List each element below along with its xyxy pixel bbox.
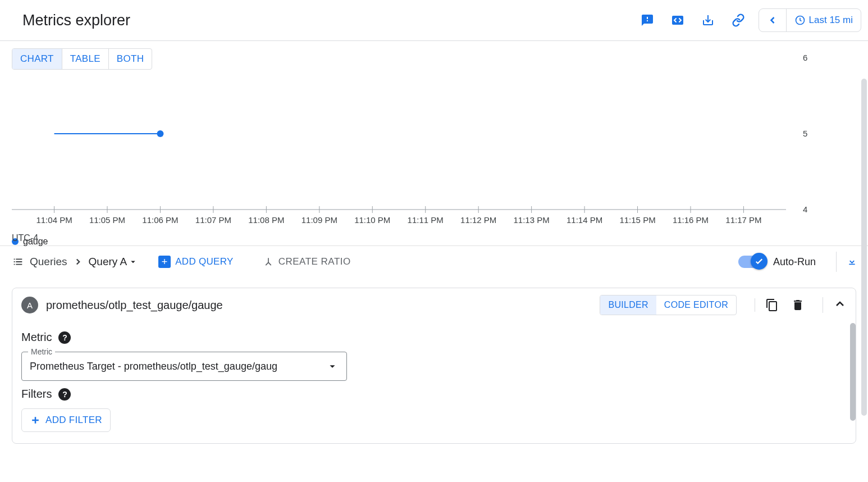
svg-text:11:13 PM: 11:13 PM (514, 215, 550, 225)
page-scrollbar[interactable] (861, 79, 867, 416)
code-icon[interactable] (668, 10, 688, 30)
builder-tab[interactable]: BUILDER (600, 295, 656, 315)
time-range-label: Last 15 mi (809, 15, 853, 26)
tab-table[interactable]: TABLE (62, 49, 109, 69)
query-title: prometheus/otlp_test_gauge/gauge (46, 299, 592, 312)
main-content: CHART TABLE BOTH 45611:04 PM11:05 PM11:0… (0, 40, 868, 444)
arrow-drop-down-icon (128, 257, 138, 267)
svg-text:5: 5 (803, 129, 807, 138)
chart-legend: gauge (12, 237, 868, 247)
panel-scrollbar[interactable] (850, 323, 856, 421)
link-icon[interactable] (728, 10, 748, 30)
query-badge: A (21, 297, 38, 313)
svg-text:11:15 PM: 11:15 PM (619, 215, 655, 225)
help-icon[interactable]: ? (58, 388, 71, 401)
arrow-drop-down-icon (326, 360, 339, 372)
metric-float-label: Metric (28, 347, 55, 356)
create-ratio-button[interactable]: CREATE RATIO (263, 256, 351, 267)
query-breadcrumb: Queries Query A (12, 256, 138, 268)
svg-text:11:17 PM: 11:17 PM (725, 215, 761, 225)
copy-icon[interactable] (765, 298, 779, 312)
merge-icon (263, 256, 274, 267)
download-icon[interactable] (698, 10, 718, 30)
collapse-all-button[interactable] (836, 252, 856, 272)
add-filter-button[interactable]: ADD FILTER (21, 408, 111, 432)
svg-text:11:05 PM: 11:05 PM (89, 215, 125, 225)
svg-text:4: 4 (803, 204, 807, 214)
query-actions (755, 298, 805, 312)
svg-text:11:16 PM: 11:16 PM (673, 215, 709, 225)
svg-text:11:08 PM: 11:08 PM (248, 215, 284, 225)
chart-svg: 45611:04 PM11:05 PM11:06 PM11:07 PM11:08… (0, 52, 820, 232)
svg-text:11:14 PM: 11:14 PM (567, 215, 602, 225)
feedback-icon[interactable] (637, 10, 657, 30)
metric-section-label: Metric ? (21, 331, 847, 344)
auto-run-switch[interactable] (738, 256, 766, 268)
svg-text:11:11 PM: 11:11 PM (408, 215, 444, 225)
query-body: Metric ? Metric Prometheus Target - prom… (12, 322, 856, 443)
metric-selector[interactable]: Metric Prometheus Target - prometheus/ot… (21, 352, 347, 381)
svg-text:6: 6 (803, 53, 807, 62)
tab-both[interactable]: BOTH (109, 49, 152, 69)
plus-icon: + (158, 256, 171, 268)
time-range-selector: Last 15 mi (759, 8, 861, 32)
svg-point-34 (157, 130, 163, 137)
chevron-right-icon (73, 257, 83, 267)
query-header: A prometheus/otlp_test_gauge/gauge BUILD… (12, 288, 856, 322)
auto-run-toggle: Auto-Run (738, 256, 816, 268)
svg-text:11:04 PM: 11:04 PM (36, 215, 72, 225)
list-icon (12, 256, 24, 268)
current-query-dropdown[interactable]: Query A (89, 256, 139, 268)
queries-label[interactable]: Queries (30, 256, 67, 268)
page-header: Metrics explorer Last 15 mi (0, 0, 868, 40)
chart-area: 45611:04 PM11:05 PM11:06 PM11:07 PM11:08… (0, 41, 868, 232)
plus-icon (30, 415, 41, 426)
svg-text:11:12 PM: 11:12 PM (460, 215, 496, 225)
svg-text:11:09 PM: 11:09 PM (301, 215, 337, 225)
page-title: Metrics explorer (22, 12, 130, 29)
tab-chart[interactable]: CHART (12, 49, 62, 69)
view-tabs: CHART TABLE BOTH (12, 48, 152, 70)
time-range-button[interactable]: Last 15 mi (787, 9, 861, 31)
header-actions: Last 15 mi (637, 8, 861, 32)
code-editor-tab[interactable]: CODE EDITOR (656, 295, 736, 315)
add-query-button[interactable]: + ADD QUERY (158, 256, 233, 268)
timezone-label: UTC-4 (12, 233, 38, 243)
collapse-query-button[interactable] (823, 297, 847, 313)
svg-text:11:07 PM: 11:07 PM (195, 215, 231, 225)
help-icon[interactable]: ? (58, 331, 71, 344)
svg-text:11:10 PM: 11:10 PM (354, 215, 390, 225)
query-panel: A prometheus/otlp_test_gauge/gauge BUILD… (12, 288, 856, 444)
svg-text:11:06 PM: 11:06 PM (142, 215, 178, 225)
editor-mode-toggle: BUILDER CODE EDITOR (600, 295, 737, 315)
delete-icon[interactable] (791, 298, 805, 312)
filters-section-label: Filters ? (21, 388, 847, 401)
auto-run-label: Auto-Run (773, 256, 816, 268)
metric-value: Prometheus Target - prometheus/otlp_test… (30, 361, 326, 372)
queries-toolbar: Queries Query A + ADD QUERY CREATE RATIO… (0, 245, 868, 278)
time-range-prev-button[interactable] (759, 9, 787, 31)
